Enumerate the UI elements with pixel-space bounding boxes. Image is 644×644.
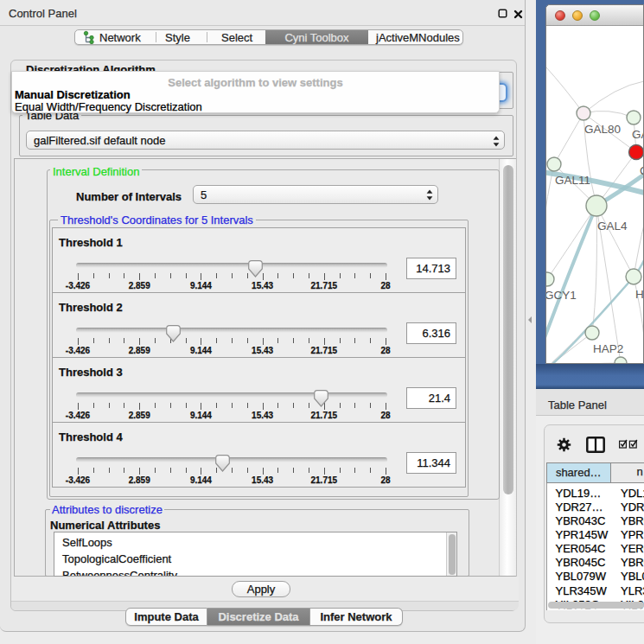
svg-text:H: H — [635, 288, 643, 301]
svg-text:GAL4: GAL4 — [597, 220, 628, 233]
svg-text:C: C — [640, 164, 643, 177]
svg-text:GAL11: GAL11 — [555, 174, 590, 187]
svg-text:GCY1: GCY1 — [546, 289, 577, 302]
svg-text:GAL80: GAL80 — [584, 123, 621, 136]
svg-text:GA: GA — [632, 128, 643, 141]
svg-text:HAP2: HAP2 — [593, 342, 623, 355]
